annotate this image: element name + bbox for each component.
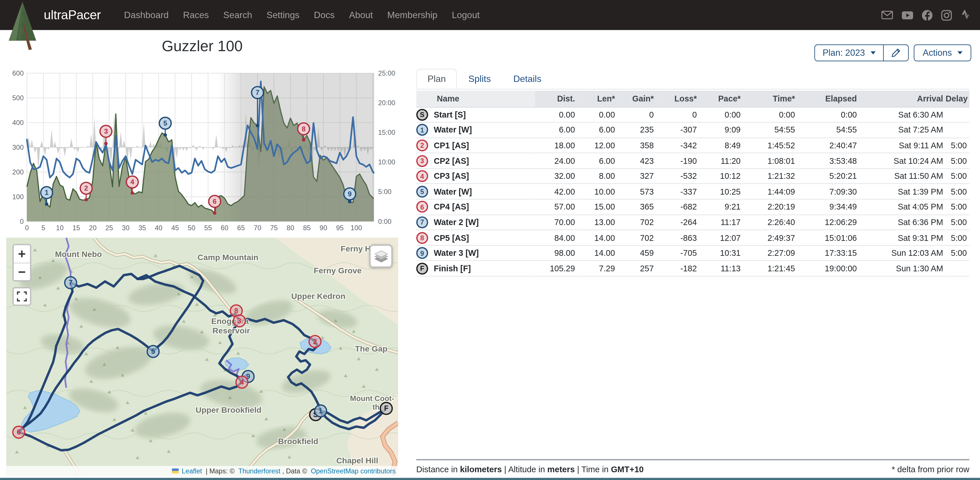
nav-link-logout[interactable]: Logout	[452, 10, 480, 20]
map-marker-2: 2	[309, 335, 321, 347]
svg-text:5: 5	[41, 224, 45, 232]
cell-pace: 8:49	[699, 138, 743, 153]
table-row[interactable]: 6CP4 [AS]57.0015.00365-6829:212:20:199:3…	[416, 199, 969, 215]
cell-loss: -337	[656, 184, 699, 199]
waypoint-name: CP4 [AS]	[434, 203, 469, 212]
instagram-icon[interactable]	[941, 10, 952, 21]
attribution-link[interactable]: Thunderforest	[239, 467, 280, 474]
nav-links: DashboardRacesSearchSettingsDocsAboutMem…	[124, 10, 480, 20]
nav-link-races[interactable]: Races	[183, 10, 209, 20]
cell-loss: 0	[656, 107, 699, 123]
map-marker-5: 5	[147, 346, 159, 357]
zoom-in-button[interactable]: +	[14, 245, 30, 263]
cell-pace: 9:21	[699, 199, 743, 215]
nav-link-membership[interactable]: Membership	[387, 10, 438, 20]
table-row[interactable]: 3CP2 [AS]24.006.00423-19011:201:08:013:5…	[416, 153, 969, 169]
brand-name[interactable]: ultraPacer	[44, 8, 101, 22]
cell-elapsed: 12:06:29	[798, 215, 859, 230]
cell-pace: 9:09	[699, 123, 743, 138]
route-map[interactable]: Mount NeboCamp MountainFerny HillsFerny …	[6, 238, 398, 475]
email-icon[interactable]	[881, 11, 893, 19]
edit-plan-button[interactable]	[884, 45, 908, 61]
cell-loss: -863	[656, 230, 699, 246]
map-marker-3: 3	[234, 315, 245, 327]
units-note: Distance in kilometers | Altitude in met…	[416, 465, 644, 474]
nav-link-dashboard[interactable]: Dashboard	[124, 10, 169, 20]
tab-details[interactable]: Details	[502, 69, 553, 89]
page-bottom-bar	[0, 478, 980, 480]
facebook-icon[interactable]	[922, 10, 932, 21]
svg-text:Chapel Hill: Chapel Hill	[336, 456, 378, 465]
svg-text:15:00: 15:00	[378, 129, 395, 136]
cell-arrival: Sun 1:30 AM	[859, 261, 945, 276]
map-canvas[interactable]: Mount NeboCamp MountainFerny HillsFerny …	[6, 238, 398, 475]
brand-tree-logo[interactable]	[4, 1, 41, 51]
svg-text:300: 300	[12, 144, 24, 151]
svg-text:60: 60	[221, 224, 228, 232]
cell-pace: 10:25	[699, 184, 743, 199]
cell-loss: -264	[656, 215, 699, 230]
svg-text:20:00: 20:00	[378, 99, 395, 107]
strava-icon[interactable]	[961, 10, 970, 21]
waypoint-badge: F	[416, 262, 428, 274]
table-row[interactable]: 5Water [W]42.0010.00573-33710:251:44:097…	[416, 184, 969, 199]
cell-elapsed: 0:00	[798, 107, 859, 123]
attribution-link[interactable]: OpenStreetMap contributors	[311, 467, 396, 474]
table-footer: Distance in kilometers | Altitude in met…	[416, 459, 969, 474]
nav-link-settings[interactable]: Settings	[267, 10, 299, 20]
actions-button-inner: Actions	[915, 45, 971, 61]
table-row[interactable]: 8CP5 [AS]84.0014.00702-86312:072:49:3715…	[416, 230, 969, 246]
cell-delay: 5:00	[945, 215, 969, 230]
cell-time: 1:44:09	[743, 184, 797, 199]
cell-gain: 327	[617, 168, 656, 184]
nav-link-docs[interactable]: Docs	[314, 10, 335, 20]
svg-text:4: 4	[130, 178, 134, 186]
tab-plan[interactable]: Plan	[416, 69, 457, 89]
cell-delay: 5:00	[945, 138, 969, 153]
cell-loss: -682	[656, 199, 699, 215]
table-row[interactable]: 7Water 2 [W]70.0013.00702-26411:172:26:4…	[416, 215, 969, 230]
svg-text:65: 65	[237, 224, 245, 232]
cell-gain: 702	[617, 215, 656, 230]
svg-text:1: 1	[45, 188, 49, 196]
waypoint-name: CP2 [AS]	[434, 156, 469, 166]
cell-time: 2:20:19	[743, 199, 797, 215]
col-header-arrival: Arrival	[859, 91, 945, 107]
cell-arrival: Sat 7:25 AM	[859, 123, 945, 138]
table-row[interactable]: 2CP1 [AS]18.0012.00358-3428:491:45:522:4…	[416, 138, 969, 153]
nav-link-search[interactable]: Search	[223, 10, 252, 20]
youtube-icon[interactable]	[902, 11, 913, 19]
table-row[interactable]: FFinish [F]105.297.29257-18211:131:21:45…	[416, 261, 969, 276]
cell-time: 54:55	[743, 123, 797, 138]
table-row[interactable]: 4CP3 [AS]32.008.00327-53210:121:21:325:2…	[416, 168, 969, 184]
col-header-name: Name	[416, 91, 535, 107]
layers-control[interactable]	[369, 245, 393, 268]
zoom-out-button[interactable]: −	[14, 263, 30, 280]
cell-delay	[945, 107, 969, 123]
svg-text:5: 5	[164, 119, 167, 127]
plan-button-group: Plan: 2023	[815, 44, 909, 61]
cell-dist: 42.00	[535, 184, 578, 199]
table-row[interactable]: SStart [S]0.000.00000:000:000:00Sat 6:30…	[416, 107, 969, 123]
elevation-pace-chart[interactable]: 12345678901002003004005006000:005:0010:0…	[6, 69, 398, 233]
plan-select[interactable]: Plan: 2023	[815, 45, 883, 61]
cell-delay: 5:00	[945, 246, 969, 261]
fullscreen-icon	[17, 292, 27, 301]
toolbar: Plan: 2023 Actions	[815, 44, 971, 61]
actions-button[interactable]: Actions	[914, 44, 971, 61]
pacing-table: NameDist.Len*Gain*Loss*Pace*Time*Elapsed…	[416, 91, 969, 276]
cell-pace: 12:07	[699, 230, 743, 246]
cell-len: 7.29	[578, 261, 617, 276]
table-row[interactable]: 9Water 3 [W]98.0014.00459-70510:312:27:0…	[416, 246, 969, 261]
table-row[interactable]: 1Water [W]6.006.00235-3079:0954:5554:55S…	[416, 123, 969, 138]
svg-text:95: 95	[336, 224, 344, 232]
fullscreen-button[interactable]	[13, 287, 31, 306]
attribution-link[interactable]: Leaflet	[182, 467, 202, 474]
nav-link-about[interactable]: About	[349, 10, 373, 20]
svg-text:9: 9	[348, 190, 352, 198]
cell-elapsed: 19:00:00	[798, 261, 859, 276]
cell-len: 14.00	[578, 246, 617, 261]
svg-text:8: 8	[234, 307, 239, 315]
tab-splits[interactable]: Splits	[457, 69, 502, 89]
cell-loss: -532	[656, 168, 699, 184]
